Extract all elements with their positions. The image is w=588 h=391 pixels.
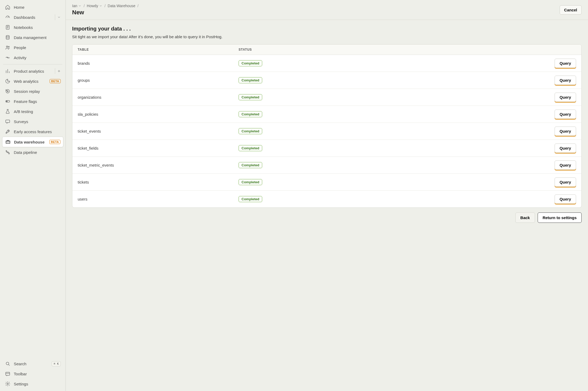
- cancel-button[interactable]: Cancel: [560, 5, 582, 15]
- table-row: ticketsCompletedQuery: [72, 174, 581, 191]
- sidebar-item-product-analytics[interactable]: Product analytics: [2, 66, 63, 76]
- sidebar-item-label: People: [14, 45, 61, 50]
- svg-point-5: [6, 89, 9, 93]
- table-name-cell: users: [78, 197, 239, 201]
- table-name-cell: groups: [78, 78, 239, 82]
- gauge-icon: [5, 14, 11, 20]
- sidebar-item-early-access-features[interactable]: Early access features: [2, 127, 63, 137]
- footer-actions: Back Return to settings: [72, 212, 582, 228]
- replay-icon: [5, 88, 11, 94]
- sidebar-item-session-replay[interactable]: Session replay: [2, 86, 63, 96]
- sidebar: HomeDashboardsNotebooksData managementPe…: [0, 0, 66, 391]
- sidebar-item-surveys[interactable]: Surveys: [2, 116, 63, 127]
- pie-icon: [5, 78, 11, 84]
- query-button[interactable]: Query: [555, 110, 576, 119]
- sidebar-item-data-management[interactable]: Data management: [2, 32, 63, 42]
- sidebar-item-settings[interactable]: Settings: [2, 379, 63, 389]
- table-name-cell: ticket_events: [78, 129, 239, 133]
- warehouse-icon: [5, 139, 11, 145]
- query-button[interactable]: Query: [555, 160, 576, 170]
- query-button[interactable]: Query: [555, 127, 576, 136]
- table-name-cell: brands: [78, 61, 239, 66]
- chevron-down-icon: [78, 4, 81, 7]
- notebook-icon: [5, 24, 11, 30]
- status-badge: Completed: [239, 128, 262, 134]
- beta-badge: BETA: [50, 79, 61, 83]
- sidebar-item-label: Toolbar: [14, 372, 61, 376]
- table-status-cell: Completed: [239, 179, 292, 185]
- table-status-cell: Completed: [239, 77, 292, 83]
- sidebar-item-search[interactable]: Search⌘ K: [2, 359, 63, 369]
- main-area: Ian/Howdy/Data Warehouse/ New Cancel Imp…: [66, 0, 588, 391]
- sidebar-item-toolbar[interactable]: Toolbar: [2, 369, 63, 379]
- breadcrumb-separator: /: [84, 4, 85, 8]
- query-button[interactable]: Query: [555, 194, 576, 204]
- status-badge: Completed: [239, 179, 262, 185]
- table-name-cell: sla_policies: [78, 112, 239, 116]
- sidebar-item-people[interactable]: People: [2, 42, 63, 53]
- svg-point-2: [6, 46, 8, 47]
- status-badge: Completed: [239, 94, 262, 100]
- status-badge: Completed: [239, 145, 262, 151]
- pipeline-icon: [5, 149, 11, 155]
- table-status-cell: Completed: [239, 145, 292, 151]
- sidebar-item-home[interactable]: Home: [2, 2, 63, 12]
- content: Importing your data . . . Sit tight as w…: [66, 20, 588, 234]
- status-badge: Completed: [239, 77, 262, 83]
- table-status-cell: Completed: [239, 162, 292, 168]
- sidebar-item-notebooks[interactable]: Notebooks: [2, 22, 63, 32]
- plus-icon[interactable]: [55, 68, 61, 74]
- breadcrumb-item[interactable]: Ian: [72, 4, 81, 8]
- query-button[interactable]: Query: [555, 144, 576, 153]
- sidebar-item-a-b-testing[interactable]: A/B testing: [2, 106, 63, 116]
- table-row: usersCompletedQuery: [72, 191, 581, 207]
- sidebar-item-label: Notebooks: [14, 25, 61, 30]
- sidebar-item-data-pipeline[interactable]: Data pipeline: [2, 147, 63, 157]
- table-status-cell: Completed: [239, 60, 292, 66]
- breadcrumb: Ian/Howdy/Data Warehouse/: [72, 4, 138, 8]
- table-status-cell: Completed: [239, 94, 292, 100]
- back-button[interactable]: Back: [515, 212, 535, 223]
- rocket-icon: [5, 129, 11, 134]
- sidebar-item-label: Feature flags: [14, 99, 61, 104]
- sidebar-item-label: Data management: [14, 35, 61, 40]
- sidebar-item-label: Product analytics: [14, 69, 51, 73]
- query-button[interactable]: Query: [555, 93, 576, 102]
- people-icon: [5, 45, 11, 50]
- status-badge: Completed: [239, 162, 262, 168]
- sidebar-item-label: A/B testing: [14, 109, 61, 114]
- sidebar-item-feature-flags[interactable]: Feature flags: [2, 96, 63, 106]
- sidebar-item-web-analytics[interactable]: Web analyticsBETA: [2, 76, 63, 86]
- home-icon: [5, 4, 11, 10]
- query-button[interactable]: Query: [555, 59, 576, 68]
- svg-rect-15: [6, 372, 10, 375]
- sidebar-item-label: Activity: [14, 55, 61, 60]
- table-row: groupsCompletedQuery: [72, 72, 581, 89]
- flask-icon: [5, 108, 11, 114]
- sidebar-item-dashboards[interactable]: Dashboards: [2, 12, 63, 22]
- chevron-down-icon[interactable]: [55, 14, 61, 20]
- sidebar-item-label: Web analytics: [14, 79, 46, 84]
- table-status-cell: Completed: [239, 128, 292, 134]
- sidebar-item-label: Dashboards: [14, 15, 51, 20]
- return-to-settings-button[interactable]: Return to settings: [538, 212, 582, 223]
- nav-divider: [3, 64, 62, 64]
- svg-point-9: [8, 131, 9, 131]
- query-button[interactable]: Query: [555, 76, 576, 85]
- topbar: Ian/Howdy/Data Warehouse/ New Cancel: [66, 0, 588, 20]
- beta-badge: BETA: [49, 140, 60, 144]
- import-subtext: Sit tight as we import your data! After …: [72, 34, 582, 39]
- table-row: sla_policiesCompletedQuery: [72, 106, 581, 123]
- table-status-cell: Completed: [239, 111, 292, 117]
- sidebar-item-activity[interactable]: Activity: [2, 53, 63, 63]
- query-button[interactable]: Query: [555, 177, 576, 187]
- sidebar-item-label: Settings: [14, 382, 61, 386]
- sidebar-item-label: Surveys: [14, 119, 61, 124]
- sidebar-item-label: Data pipeline: [14, 150, 61, 155]
- sidebar-item-data-warehouse[interactable]: Data warehouseBETA: [2, 137, 63, 147]
- breadcrumb-item[interactable]: Data Warehouse: [108, 4, 135, 8]
- toolbar-icon: [5, 371, 11, 377]
- breadcrumb-item[interactable]: Howdy: [87, 4, 102, 8]
- import-heading: Importing your data . . .: [72, 26, 582, 32]
- table-status-cell: Completed: [239, 196, 292, 202]
